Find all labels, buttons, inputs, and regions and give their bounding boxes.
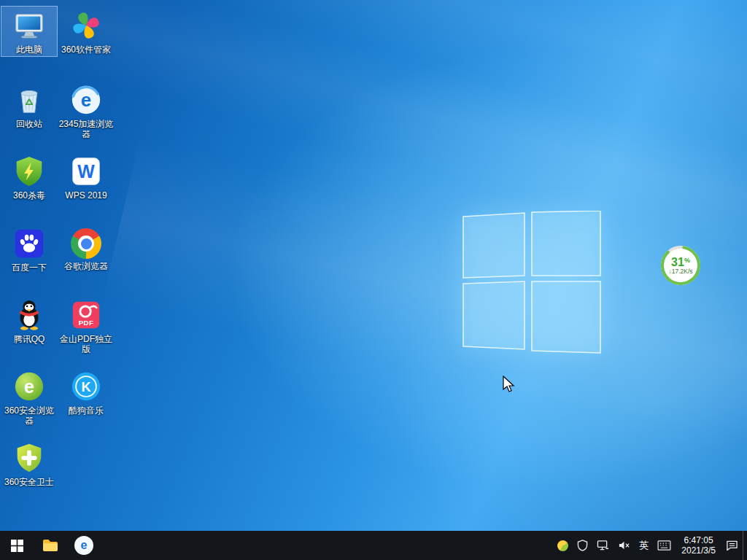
taskbar: e 英 [0,531,747,560]
wallpaper-light-beam [103,136,747,513]
volume-muted-icon [618,540,630,551]
svg-text:e: e [81,90,91,110]
desktop-icon-baidu[interactable]: 百度一下 [1,224,58,275]
floatball-speed: 17.2K/s [672,268,693,275]
action-center-button[interactable] [721,531,743,560]
desktop-icon-360-safeguard[interactable]: 360安全卫士 [1,438,58,489]
icon-label: 金山PDF独立版 [58,334,114,354]
desktop[interactable]: 此电脑 回收站 360杀毒 [0,0,747,560]
qq-penguin-icon [12,298,46,332]
clock-time: 6:47:05 [684,535,713,545]
taskbar-clock[interactable]: 6:47:05 2021/3/5 [676,531,721,560]
svg-text:e: e [24,376,34,397]
svg-text:W: W [77,161,95,182]
tray-network-icon[interactable] [592,531,614,560]
folder-icon [42,537,59,554]
desktop-icon-kugou-music[interactable]: K 酷狗音乐 [58,367,115,418]
tray-volume-muted-icon[interactable] [614,531,635,560]
wps-icon: W [69,155,103,188]
pinned-browser-button[interactable]: e [67,531,101,560]
baidu-paw-icon [12,227,46,260]
action-center-icon [726,540,738,551]
windows-start-icon [11,540,23,552]
desktop-icon-chrome[interactable]: 谷歌浏览器 [58,224,115,273]
icon-label: 回收站 [1,119,57,129]
kugou-icon: K [69,370,103,403]
floatball-text: 31 % ↓17.2K/s [660,245,701,286]
icon-label: 360软件管家 [58,44,114,55]
this-pc-icon [12,9,46,42]
floatball-percent-unit: % [684,257,690,264]
clock-date: 2021/3/5 [681,545,716,556]
desktop-icon-360-software-manager[interactable]: 360软件管家 [58,6,115,57]
touch-keyboard-icon [657,540,671,551]
ime-indicator[interactable]: 英 [635,531,653,560]
green-e-globe-icon: e [12,370,46,403]
svg-text:K: K [81,380,90,394]
icon-label: WPS 2019 [58,190,114,201]
green-shield-lightning-icon [12,155,46,188]
touch-keyboard-button[interactable] [653,531,676,560]
recycle-bin-icon [12,83,46,117]
icon-label: 360杀毒 [1,190,57,201]
tray-360-speedball-icon[interactable] [553,531,573,560]
pinwheel-icon [69,9,103,42]
icon-label: 360安全卫士 [1,477,57,487]
green-shield-plus-icon [12,441,46,475]
windows-wallpaper-logo [462,211,602,354]
desktop-icon-wps-2019[interactable]: W WPS 2019 [58,152,115,203]
icon-label: 此电脑 [1,44,57,55]
tray-defender-icon[interactable] [573,531,592,560]
mouse-cursor [502,376,518,393]
icon-label: 酷狗音乐 [58,405,114,416]
desktop-icon-360-browser[interactable]: e 360安全浏览器 [1,367,58,428]
desktop-icon-kingsoft-pdf[interactable]: PDF 金山PDF独立版 [58,295,115,357]
desktop-icon-2345-browser[interactable]: e 2345加速浏览器 [58,80,115,141]
icon-label: 360安全浏览器 [1,405,57,426]
blue-e-circle-icon: e [69,83,103,117]
taskbar-tray: 英 6:47:05 2021/3/5 [553,531,747,560]
shield-icon [577,540,588,551]
desktop-icon-recycle-bin[interactable]: 回收站 [1,80,58,131]
show-desktop-button[interactable] [743,531,747,560]
browser-e-icon: e [74,536,93,555]
speedball-icon [557,540,568,551]
download-speed-floatball[interactable]: 31 % ↓17.2K/s [660,245,701,286]
floatball-percent: 31 [671,257,684,268]
icon-label: 腾讯QQ [1,334,57,344]
pdf-icon: PDF [69,298,103,332]
chrome-icon [71,228,101,259]
icon-label: 2345加速浏览器 [58,119,114,139]
icon-label: 百度一下 [1,262,57,273]
taskbar-left: e [0,531,101,560]
desktop-icon-tencent-qq[interactable]: 腾讯QQ [1,295,58,346]
icon-label: 谷歌浏览器 [58,261,114,271]
start-button[interactable] [0,531,34,560]
svg-text:PDF: PDF [79,319,94,327]
file-explorer-button[interactable] [34,531,67,560]
desktop-icon-this-pc[interactable]: 此电脑 [1,6,58,57]
network-icon [597,540,609,551]
desktop-icon-360-antivirus[interactable]: 360杀毒 [1,152,58,203]
